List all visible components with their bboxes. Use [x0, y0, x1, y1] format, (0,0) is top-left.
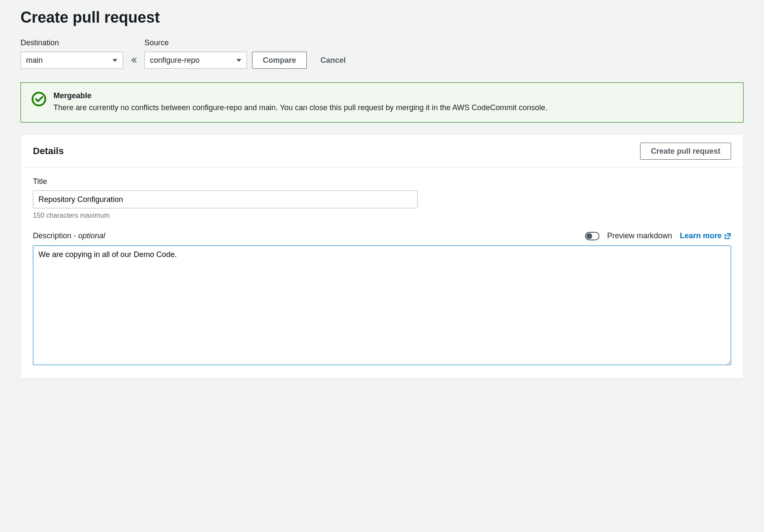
destination-label: Destination: [21, 38, 123, 47]
source-value: configure-repo: [150, 56, 200, 65]
branch-selection-row: Destination main Source configure-repo C…: [21, 38, 743, 69]
alert-message: There are currently no conflicts between…: [53, 102, 547, 114]
alert-title: Mergeable: [53, 91, 547, 100]
cancel-button[interactable]: Cancel: [312, 52, 354, 69]
caret-down-icon: [112, 59, 118, 62]
external-link-icon: [724, 233, 731, 240]
destination-select[interactable]: main: [21, 52, 123, 69]
merge-direction-icon: [128, 52, 139, 69]
toggle-knob-icon: [586, 233, 592, 239]
source-select[interactable]: configure-repo: [144, 52, 247, 69]
details-panel: Details Create pull request Title 150 ch…: [21, 134, 743, 379]
description-label: Description - optional: [33, 231, 105, 240]
preview-markdown-label: Preview markdown: [607, 231, 672, 240]
svg-point-0: [32, 93, 45, 105]
page-title: Create pull request: [21, 9, 743, 26]
success-check-icon: [31, 91, 47, 107]
description-textarea[interactable]: [33, 246, 731, 365]
title-input[interactable]: [33, 190, 417, 208]
title-label: Title: [33, 177, 731, 186]
destination-value: main: [26, 56, 43, 65]
caret-down-icon: [236, 59, 241, 62]
mergeable-alert: Mergeable There are currently no conflic…: [21, 82, 743, 123]
source-label: Source: [144, 38, 247, 47]
title-hint: 150 characters maximum: [33, 212, 731, 219]
details-heading: Details: [33, 146, 64, 157]
learn-more-link[interactable]: Learn more: [680, 231, 731, 240]
compare-button[interactable]: Compare: [252, 52, 307, 69]
preview-markdown-toggle[interactable]: [585, 232, 599, 240]
create-pull-request-button[interactable]: Create pull request: [640, 143, 731, 160]
